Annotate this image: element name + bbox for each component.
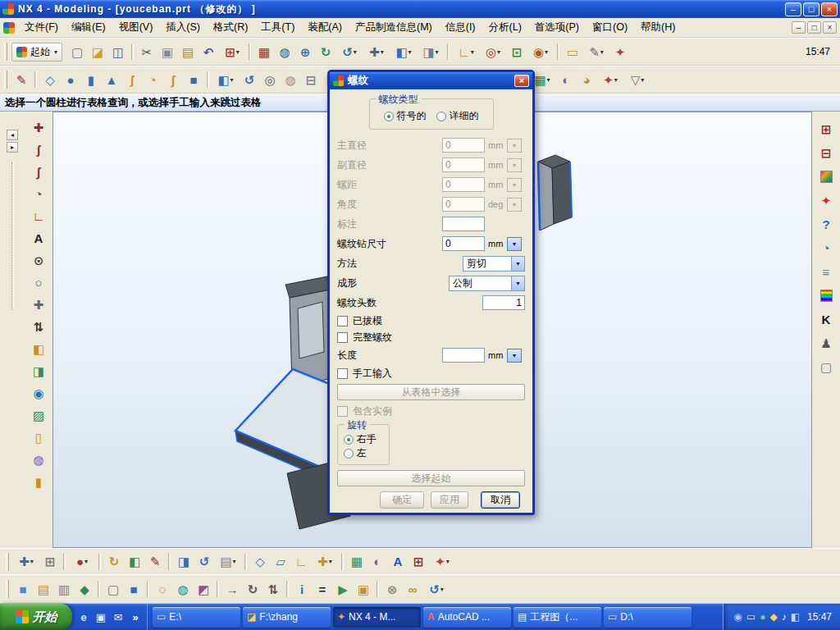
dropdown-arrow-icon[interactable]: ▾ (471, 48, 474, 56)
ruled-surface-icon[interactable]: ◧ (28, 338, 49, 359)
wave-link-icon[interactable]: ⊗ (382, 579, 402, 599)
model-boss-part[interactable] (538, 155, 572, 231)
tap-drill-spinner[interactable] (507, 237, 522, 251)
selection-intent-icon[interactable]: ✚▾ (13, 552, 39, 572)
block-icon[interactable]: ■ (184, 70, 203, 89)
mirror-mini-icon[interactable]: ◐ (368, 552, 387, 572)
length-spinner[interactable] (507, 349, 522, 363)
method-dropdown-arrow-icon[interactable] (511, 257, 524, 271)
point-tool-icon[interactable]: ✚ (28, 294, 49, 315)
color-palette-icon[interactable] (815, 166, 837, 187)
dialog-close-button[interactable]: × (514, 75, 529, 87)
cancel-button[interactable]: 取消 (481, 491, 520, 509)
text-tool-icon[interactable]: A (28, 227, 49, 249)
sketch-spline-icon[interactable]: ∫ (28, 161, 49, 182)
show-desktop-icon[interactable]: ▣ (94, 609, 108, 624)
dropdown-arrow-icon[interactable]: ▾ (547, 76, 550, 84)
pan-view-icon[interactable]: ✚▾ (363, 42, 390, 62)
maximize-button[interactable]: □ (803, 2, 819, 16)
part-navigator-icon[interactable]: ⊞ (815, 118, 837, 139)
new-part-icon[interactable]: ▢ (67, 42, 87, 62)
layer-settings-icon[interactable]: ⊡ (507, 42, 527, 62)
save-part-icon[interactable]: ◫ (108, 42, 128, 62)
dropdown-arrow-icon[interactable]: ▾ (236, 48, 240, 56)
menu-assemblies[interactable]: 装配(A) (301, 17, 349, 38)
view-top-icon[interactable]: ▤ (34, 579, 53, 599)
mail-icon[interactable]: ✉ (111, 609, 126, 624)
taskbar-task-f-zhang[interactable]: ◪F:\zhang (243, 607, 331, 628)
minimize-button[interactable]: – (785, 2, 801, 16)
taskbar-task-e-drive[interactable]: ▭E:\ (153, 607, 240, 628)
snap-grid-icon[interactable]: ⊞ (40, 552, 60, 572)
menu-help[interactable]: 帮助(H) (634, 17, 682, 38)
swept-surface-icon[interactable]: ◉ (28, 382, 49, 404)
thread-dialog-titlebar[interactable]: 螺纹 × (330, 72, 532, 89)
wireframe-display-icon[interactable]: ◨▾ (418, 42, 444, 62)
history-clock-icon[interactable]: ◔ (815, 237, 837, 258)
assembly-navigator-icon[interactable]: ⊟ (815, 142, 837, 163)
full-thread-checkbox[interactable]: 完整螺纹 (337, 329, 525, 345)
orient-view-icon[interactable]: ◧ (125, 552, 144, 572)
scale-object-icon[interactable]: ⇅ (263, 579, 283, 599)
tap-drill-input[interactable] (442, 236, 485, 251)
menu-format[interactable]: 格式(R) (207, 17, 254, 38)
annotation-pencil-icon[interactable]: ✎▾ (583, 42, 609, 62)
n-sided-surface-icon[interactable]: ▯ (28, 427, 49, 448)
copy-icon[interactable]: ▣ (158, 42, 177, 62)
view-isometric-icon[interactable]: ◆ (75, 579, 94, 599)
volume-tray-icon[interactable]: ♪ (782, 611, 787, 623)
datum-plane-icon[interactable]: ◇ (40, 70, 60, 89)
mdi-minimize-button[interactable]: – (792, 21, 806, 34)
point-on-curve-icon[interactable]: ●▾ (69, 552, 95, 572)
gear-tools-icon[interactable]: ✦▾ (597, 70, 623, 89)
mdi-close-button[interactable]: × (823, 21, 837, 34)
start-menu-button[interactable]: 起始 ▾ (11, 43, 62, 62)
reuse-library-icon[interactable]: ✦ (815, 189, 837, 211)
thread-type-radio-0[interactable]: 符号的 (384, 109, 427, 123)
method-dropdown[interactable]: 剪切 (463, 256, 525, 272)
customize-wheel-icon[interactable]: ✦ (610, 42, 630, 62)
through-curves-icon[interactable]: ◨ (28, 360, 49, 381)
info-window-icon[interactable]: i (292, 579, 312, 599)
extrude-mini-icon[interactable]: ◨ (174, 552, 194, 572)
hide-object-icon[interactable]: ◌ (153, 579, 172, 599)
dropdown-arrow-icon[interactable]: ▾ (381, 48, 384, 56)
dropdown-arrow-icon[interactable]: ▾ (354, 48, 357, 56)
sketch-in-task-icon[interactable]: ✎ (145, 552, 165, 572)
measure-distance-icon[interactable]: ▭ (563, 42, 582, 62)
menu-edit[interactable]: 编辑(E) (65, 17, 112, 38)
form-dropdown[interactable]: 公制 (449, 276, 525, 291)
revolve-icon[interactable]: ↺ (240, 70, 259, 89)
details-list-icon[interactable]: ≡ (815, 261, 837, 282)
snap-options-icon[interactable]: ◎▾ (480, 42, 506, 62)
blank-sheet-icon[interactable]: ▢ (815, 356, 837, 377)
rotate-view-icon[interactable]: ↺▾ (336, 42, 363, 62)
dropdown-arrow-icon[interactable]: ▾ (641, 76, 644, 84)
csys-mini-icon[interactable]: ✚▾ (312, 552, 338, 572)
profile-curve-icon[interactable]: ʃ (28, 139, 49, 160)
circle-center-icon[interactable]: ⊙ (28, 249, 49, 271)
studio-surface-icon[interactable]: ◍ (28, 449, 49, 470)
pick-filter-icon[interactable]: ⊞▾ (219, 42, 245, 62)
circle-tool-icon[interactable]: ○ (28, 272, 49, 293)
axis-mini-icon[interactable]: ∟ (291, 552, 311, 572)
dropdown-arrow-icon[interactable]: ▾ (545, 48, 548, 56)
dock-collapse-icon[interactable]: ◂ (7, 130, 18, 140)
chain-link-icon[interactable]: ∞ (403, 579, 422, 599)
roles-person-icon[interactable]: ♟ (815, 332, 837, 354)
dropdown-arrow-icon[interactable]: ▾ (446, 558, 450, 565)
sketch-icon[interactable]: ✎ (11, 70, 31, 89)
dropdown-arrow-icon[interactable]: ▾ (600, 48, 604, 56)
length-input[interactable] (442, 348, 485, 363)
refresh-view-icon[interactable]: ↻ (316, 42, 336, 62)
start-button[interactable]: 开始 (0, 604, 72, 630)
keyboard-layout-tray-icon[interactable]: ▭ (746, 611, 756, 623)
dropdown-arrow-icon[interactable]: ▾ (233, 558, 236, 565)
extrude-icon[interactable]: ◧▾ (212, 70, 239, 89)
open-part-icon[interactable]: ◪ (88, 42, 107, 62)
menu-pmi[interactable]: 产品制造信息(M) (349, 17, 439, 38)
more-chevron-icon[interactable]: » (128, 609, 143, 624)
form-dropdown-arrow-icon[interactable] (511, 276, 524, 290)
menu-window[interactable]: 窗口(O) (586, 17, 634, 38)
orient-csys-icon[interactable]: ∟▾ (453, 42, 479, 62)
